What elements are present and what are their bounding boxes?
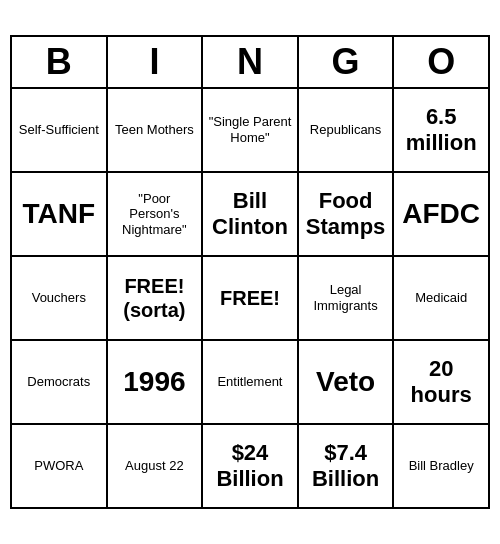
bingo-cell-3-3: Veto [299,341,395,423]
bingo-cell-1-3: Food Stamps [299,173,395,255]
bingo-cell-0-0: Self-Sufficient [12,89,108,171]
bingo-cell-0-2: "Single Parent Home" [203,89,299,171]
bingo-cell-4-0: PWORA [12,425,108,507]
bingo-cell-4-2: $24 Billion [203,425,299,507]
bingo-letter-g: G [299,37,395,89]
bingo-cell-3-1: 1996 [108,341,204,423]
bingo-letter-i: I [108,37,204,89]
bingo-cell-1-2: Bill Clinton [203,173,299,255]
bingo-cell-2-1: FREE! (sorta) [108,257,204,339]
bingo-row-3: Democrats1996EntitlementVeto20 hours [12,341,488,425]
bingo-cell-3-2: Entitlement [203,341,299,423]
bingo-cell-1-4: AFDC [394,173,488,255]
bingo-cell-3-4: 20 hours [394,341,488,423]
bingo-cell-2-4: Medicaid [394,257,488,339]
bingo-row-0: Self-SufficientTeen Mothers"Single Paren… [12,89,488,173]
bingo-cell-1-0: TANF [12,173,108,255]
bingo-cell-4-1: August 22 [108,425,204,507]
bingo-letter-o: O [394,37,488,89]
bingo-cell-2-0: Vouchers [12,257,108,339]
bingo-cell-4-4: Bill Bradley [394,425,488,507]
bingo-row-2: VouchersFREE! (sorta)FREE!Legal Immigran… [12,257,488,341]
bingo-cell-0-1: Teen Mothers [108,89,204,171]
bingo-header: BINGO [12,37,488,89]
bingo-letter-b: B [12,37,108,89]
bingo-cell-4-3: $7.4 Billion [299,425,395,507]
bingo-card: BINGO Self-SufficientTeen Mothers"Single… [10,35,490,509]
bingo-cell-3-0: Democrats [12,341,108,423]
bingo-grid: Self-SufficientTeen Mothers"Single Paren… [12,89,488,507]
bingo-row-1: TANF"Poor Person's Nightmare"Bill Clinto… [12,173,488,257]
bingo-row-4: PWORAAugust 22$24 Billion$7.4 BillionBil… [12,425,488,507]
bingo-cell-0-4: 6.5 million [394,89,488,171]
bingo-cell-1-1: "Poor Person's Nightmare" [108,173,204,255]
bingo-letter-n: N [203,37,299,89]
bingo-cell-2-2: FREE! [203,257,299,339]
bingo-cell-0-3: Republicans [299,89,395,171]
bingo-cell-2-3: Legal Immigrants [299,257,395,339]
